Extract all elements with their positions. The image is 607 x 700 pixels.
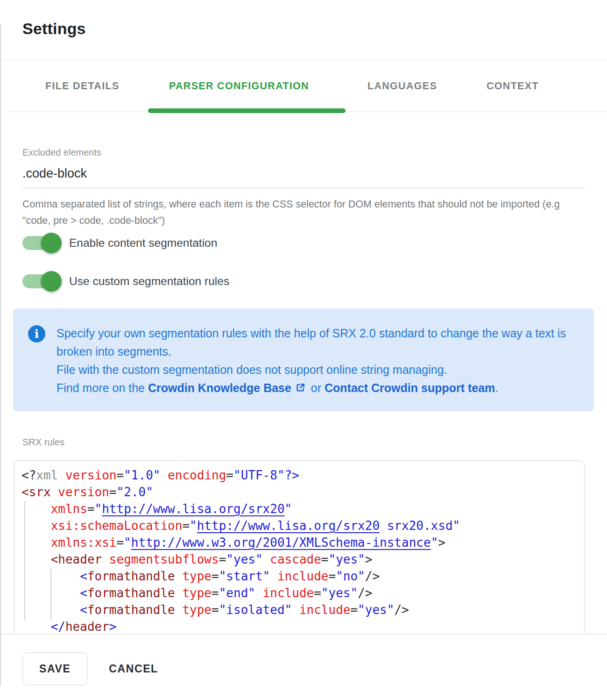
excluded-elements-label: Excluded elements (22, 147, 585, 158)
indent-guide (24, 501, 25, 621)
tab-file-details[interactable]: FILE DETAILS (45, 80, 120, 92)
dialog-footer: SAVE CANCEL (22, 652, 163, 685)
settings-dialog: Settings FILE DETAILS PARSER CONFIGURATI… (0, 0, 607, 700)
info-line-3-suffix: . (495, 381, 498, 394)
excluded-elements-help: Comma separated list of strings, where e… (22, 196, 564, 229)
code-line: xmlns="http://www.lisa.org/srx20" (21, 500, 579, 517)
tab-parser-configuration[interactable]: PARSER CONFIGURATION (169, 80, 309, 92)
content-segmentation-label: Enable content segmentation (69, 236, 217, 250)
contact-support-link[interactable]: Contact Crowdin support team (325, 381, 495, 394)
tab-bar: FILE DETAILS PARSER CONFIGURATION LANGUA… (0, 60, 607, 112)
code-line: <formathandle type="isolated" include="y… (21, 601, 579, 618)
code-line: xsi:schemaLocation="http://www.lisa.org/… (21, 517, 579, 534)
tab-languages[interactable]: LANGUAGES (367, 80, 437, 92)
knowledge-base-link[interactable]: Crowdin Knowledge Base (148, 381, 291, 394)
srx-rules-label: SRX rules (22, 436, 585, 448)
parser-configuration-panel: Excluded elements .code-block Comma sepa… (0, 147, 607, 634)
info-line-1: Specify your own segmentation rules with… (56, 324, 568, 361)
dialog-header: Settings (0, 0, 607, 60)
toggle-row-custom-segmentation: Use custom segmentation rules (22, 271, 585, 292)
code-line: </header> (21, 618, 579, 634)
excluded-elements-input[interactable]: .code-block (22, 166, 585, 188)
custom-segmentation-label: Use custom segmentation rules (69, 275, 229, 288)
footer-separator (0, 634, 607, 635)
toggle-row-content-segmentation: Enable content segmentation (22, 233, 585, 253)
cancel-button[interactable]: CANCEL (104, 663, 162, 675)
code-line: <srx version="2.0" (21, 484, 579, 500)
segmentation-info-banner: i Specify your own segmentation rules wi… (13, 308, 594, 411)
page-title: Settings (22, 20, 585, 38)
code-line: xmlns:xsi="http://www.w3.org/2001/XMLSch… (21, 534, 579, 551)
srx-rules-editor[interactable]: <?xml version="1.0" encoding="UTF-8"?><s… (14, 460, 585, 634)
code-line: <?xml version="1.0" encoding="UTF-8"?> (21, 467, 579, 484)
srx-rules-code: <?xml version="1.0" encoding="UTF-8"?><s… (14, 461, 584, 634)
custom-segmentation-toggle[interactable] (22, 271, 62, 292)
info-line-3-mid: or (308, 381, 325, 394)
indent-guide (50, 568, 51, 620)
info-icon: i (28, 325, 45, 343)
info-line-2: File with the custom segmentation does n… (56, 361, 568, 379)
toggle-knob (41, 233, 62, 253)
code-line: <formathandle type="end" include="yes"/> (21, 585, 579, 601)
code-line: <formathandle type="start" include="no"/… (21, 568, 579, 585)
info-line-3-prefix: Find more on the (56, 381, 148, 394)
active-tab-indicator (148, 108, 346, 113)
code-line: <header segmentsubflows="yes" cascade="y… (21, 551, 579, 568)
info-line-3: Find more on the Crowdin Knowledge Base … (56, 379, 568, 398)
external-link-icon (295, 380, 306, 398)
info-banner-text: Specify your own segmentation rules with… (56, 324, 568, 398)
toggle-knob (41, 271, 62, 292)
tab-context[interactable]: CONTEXT (487, 80, 539, 92)
save-button[interactable]: SAVE (22, 652, 87, 685)
dialog-left-edge (0, 24, 1, 686)
content-segmentation-toggle[interactable] (22, 233, 62, 253)
